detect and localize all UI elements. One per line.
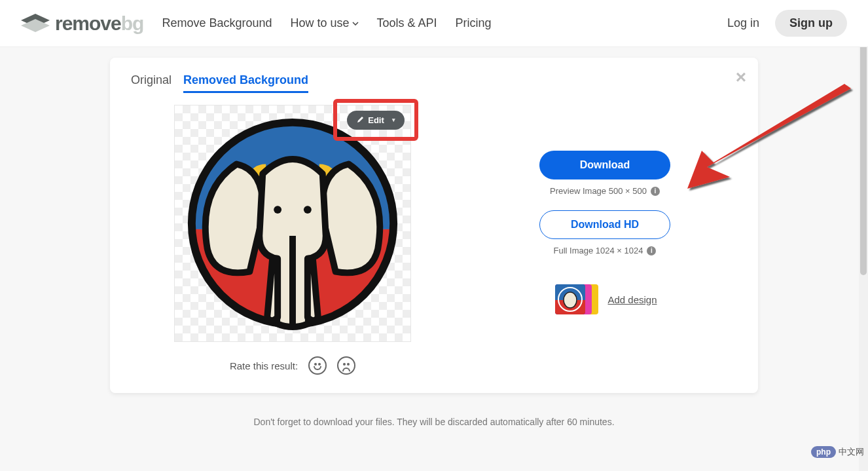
design-thumbnails [552, 284, 598, 314]
tab-original[interactable]: Original [131, 73, 172, 93]
rate-label: Rate this result: [230, 360, 298, 371]
watermark: php 中文网 [811, 446, 864, 458]
add-design-link[interactable]: Add design [607, 294, 657, 305]
tab-removed-background[interactable]: Removed Background [183, 73, 308, 93]
info-icon[interactable]: i [651, 187, 660, 196]
edit-button[interactable]: Edit ▾ [347, 111, 405, 130]
logo[interactable]: removebg [21, 12, 143, 35]
nav-remove-background[interactable]: Remove Background [162, 16, 272, 30]
discard-note: Don't forget to download your files. The… [0, 417, 868, 427]
close-button[interactable]: × [736, 67, 746, 88]
preview-column: Edit ▾ Rate this result: [131, 105, 454, 375]
rate-bad-button[interactable] [337, 356, 355, 375]
logo-icon [21, 14, 50, 33]
preview-size-label: Preview Image 500 × 500 i [550, 186, 660, 196]
rate-good-button[interactable] [308, 356, 327, 375]
pencil-icon [356, 116, 364, 124]
chevron-down-icon [352, 22, 359, 26]
signup-button[interactable]: Sign up [775, 10, 847, 37]
nav-how-to-use[interactable]: How to use [290, 16, 358, 30]
svg-point-12 [564, 292, 577, 308]
scrollbar-track[interactable] [859, 0, 868, 471]
nav: Remove Background How to use Tools & API… [162, 16, 491, 30]
add-design-button[interactable]: Add design [552, 284, 657, 314]
download-button[interactable]: Download [539, 151, 670, 179]
info-icon[interactable]: i [647, 246, 656, 255]
tabs: Original Removed Background [131, 73, 737, 93]
logo-text: removebg [55, 12, 143, 35]
header: removebg Remove Background How to use To… [0, 0, 868, 47]
full-size-label: Full Image 1024 × 1024 i [554, 246, 657, 255]
chevron-down-icon: ▾ [392, 117, 395, 123]
php-badge: php [811, 446, 836, 458]
svg-point-7 [274, 206, 281, 214]
rate-row: Rate this result: [131, 356, 454, 375]
nav-tools-api[interactable]: Tools & API [377, 16, 437, 30]
svg-point-8 [304, 206, 312, 214]
nav-pricing[interactable]: Pricing [456, 16, 492, 30]
login-link[interactable]: Log in [727, 16, 759, 30]
download-hd-button[interactable]: Download HD [539, 210, 670, 239]
result-image: Edit ▾ [174, 105, 411, 342]
elephant-logo-image [175, 105, 410, 341]
actions-column: Download Preview Image 500 × 500 i Downl… [507, 105, 703, 375]
result-card: × Original Removed Background [110, 58, 758, 393]
